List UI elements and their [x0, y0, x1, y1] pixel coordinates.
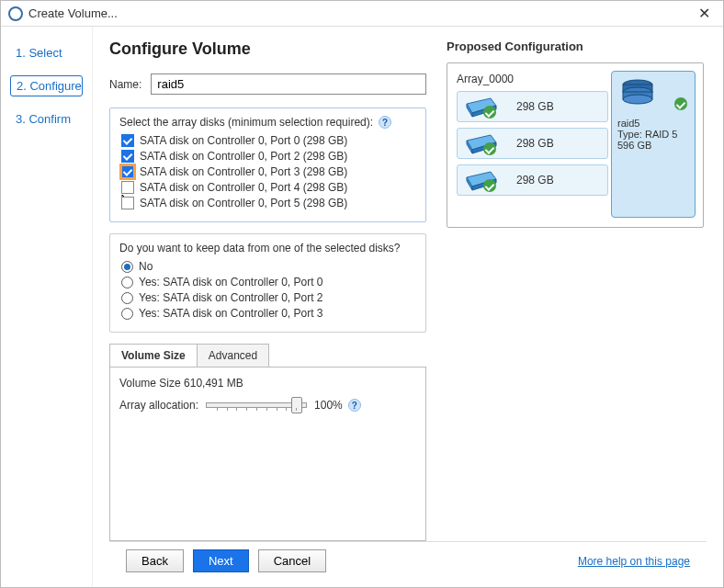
- array-disk-row: 298 GB: [457, 128, 608, 159]
- tab-advanced[interactable]: Advanced: [197, 344, 269, 367]
- keep-data-option: No: [121, 260, 416, 273]
- radio-label: Yes: SATA disk on Controller 0, Port 2: [139, 291, 323, 304]
- radio-button[interactable]: [121, 261, 133, 273]
- disk-label: SATA disk on Controller 0, Port 2 (298 G…: [140, 150, 347, 163]
- cancel-button[interactable]: Cancel: [258, 549, 326, 572]
- create-volume-window: Create Volume... ✕ 1. Select 2. Configur…: [0, 0, 724, 588]
- disk-item: SATA disk on Controller 0, Port 0 (298 G…: [121, 134, 416, 147]
- step-configure[interactable]: 2. Configure: [10, 75, 83, 96]
- array-disk-row: 298 GB: [457, 91, 608, 122]
- radio-label: Yes: SATA disk on Controller 0, Port 0: [139, 276, 323, 288]
- check-icon: [674, 97, 687, 110]
- disk-size-label: 298 GB: [516, 137, 554, 150]
- next-button[interactable]: Next: [193, 549, 249, 572]
- check-icon: [483, 106, 496, 119]
- keep-data-panel: Do you want to keep data from one of the…: [109, 233, 426, 333]
- keep-data-option: Yes: SATA disk on Controller 0, Port 3: [121, 307, 416, 320]
- help-icon[interactable]: ?: [379, 116, 391, 129]
- radio-label: No: [139, 260, 153, 273]
- disk-checkbox[interactable]: [121, 165, 134, 178]
- disk-item: SATA disk on Controller 0, Port 5 (298 G…: [121, 197, 416, 209]
- radio-button[interactable]: [121, 308, 133, 320]
- disk-item: SATA disk on Controller 0, Port 4 (298 G…: [121, 181, 416, 194]
- svg-point-4: [623, 95, 652, 104]
- raid-disks-icon: [617, 77, 658, 110]
- volume-name-input[interactable]: [151, 74, 426, 95]
- radio-button[interactable]: [121, 277, 133, 288]
- disk-selection-panel: Select the array disks (minimum selectio…: [109, 107, 426, 222]
- proposed-config-title: Proposed Configuration: [447, 40, 704, 53]
- step-select[interactable]: 1. Select: [10, 43, 83, 62]
- disk-label: SATA disk on Controller 0, Port 3 (298 G…: [140, 165, 347, 178]
- alloc-label: Array allocation:: [119, 399, 198, 412]
- tab-volume-size[interactable]: Volume Size: [109, 344, 198, 367]
- disk-checkbox[interactable]: [121, 150, 134, 163]
- check-icon: [483, 179, 496, 192]
- disk-checkbox[interactable]: [121, 181, 134, 194]
- keep-data-label: Do you want to keep data from one of the…: [119, 242, 401, 254]
- radio-label: Yes: SATA disk on Controller 0, Port 3: [139, 307, 323, 320]
- help-icon[interactable]: ?: [348, 399, 361, 412]
- disk-label: SATA disk on Controller 0, Port 5 (298 G…: [140, 197, 347, 209]
- raid-volume-box: raid5 Type: RAID 5 596 GB: [611, 71, 696, 218]
- disk-label: SATA disk on Controller 0, Port 0 (298 G…: [140, 134, 347, 147]
- wizard-footer: Back Next Cancel More help on this page: [109, 541, 707, 580]
- keep-data-option: Yes: SATA disk on Controller 0, Port 2: [121, 291, 416, 304]
- disk-select-label: Select the array disks (minimum selectio…: [119, 116, 373, 129]
- volume-total-size: 596 GB: [617, 140, 689, 151]
- disk-checkbox[interactable]: [121, 197, 134, 209]
- volume-size-tab-panel: Volume Size 610,491 MB Array allocation:…: [109, 367, 426, 541]
- back-button[interactable]: Back: [126, 549, 184, 572]
- alloc-percent: 100%: [314, 399, 343, 412]
- more-help-link[interactable]: More help on this page: [578, 555, 690, 568]
- allocation-slider[interactable]: [206, 402, 307, 408]
- app-icon: [8, 6, 23, 21]
- volume-type-label: Type: RAID 5: [617, 129, 689, 140]
- disk-item: SATA disk on Controller 0, Port 3 (298 G…: [121, 165, 416, 178]
- step-confirm[interactable]: 3. Confirm: [10, 109, 83, 129]
- slider-thumb[interactable]: [291, 397, 302, 413]
- page-title: Configure Volume: [109, 40, 426, 59]
- titlebar: Create Volume... ✕: [1, 1, 723, 27]
- disk-item: SATA disk on Controller 0, Port 2 (298 G…: [121, 150, 416, 163]
- radio-button[interactable]: [121, 292, 133, 304]
- disk-size-label: 298 GB: [516, 100, 554, 113]
- window-title: Create Volume...: [28, 6, 118, 20]
- volume-size-value: 610,491 MB: [184, 377, 243, 390]
- disk-checkbox[interactable]: [121, 134, 134, 147]
- keep-data-option: Yes: SATA disk on Controller 0, Port 0: [121, 276, 416, 288]
- name-label: Name:: [109, 78, 141, 91]
- volume-size-label: Volume Size: [119, 377, 181, 390]
- wizard-steps-sidebar: 1. Select 2. Configure 3. Confirm: [1, 27, 93, 587]
- disk-label: SATA disk on Controller 0, Port 4 (298 G…: [140, 181, 347, 194]
- check-icon: [483, 142, 496, 155]
- disk-size-label: 298 GB: [516, 174, 554, 187]
- close-icon[interactable]: ✕: [693, 5, 716, 22]
- volume-name-label: raid5: [617, 118, 689, 129]
- array-disk-row: 298 GB: [457, 164, 608, 196]
- proposed-config-panel: Array_0000 298 GB298 GB298 GB: [447, 62, 704, 228]
